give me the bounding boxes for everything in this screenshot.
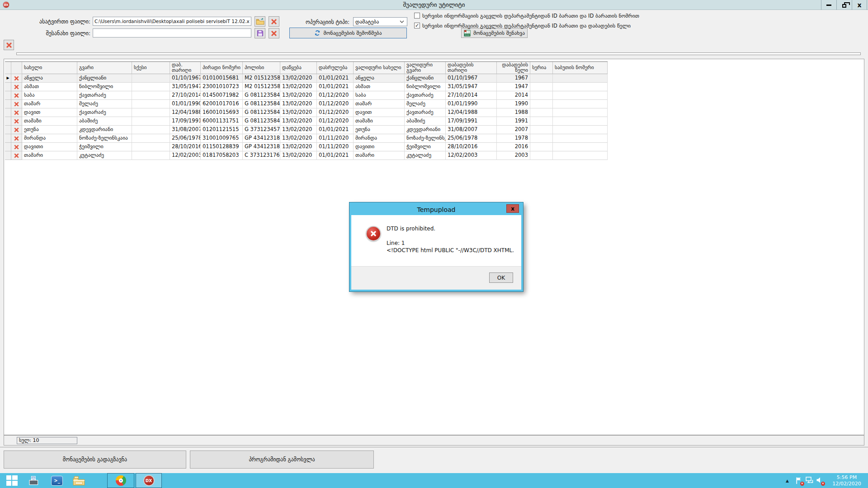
clear-save-file-button[interactable] <box>269 28 279 38</box>
table-cell[interactable]: 2007 <box>497 126 530 134</box>
table-cell[interactable]: 01/11/2020 <box>317 134 354 143</box>
table-cell[interactable]: კუტალაძე <box>405 151 446 160</box>
table-cell[interactable]: 2016 <box>497 143 530 151</box>
upload-file-input[interactable] <box>93 17 251 26</box>
table-cell[interactable]: 01/01/2021 <box>317 151 354 160</box>
table-cell[interactable]: 60001131751 <box>201 117 243 126</box>
table-cell[interactable]: 1947 <box>497 83 530 91</box>
table-cell[interactable]: თამარ <box>354 100 405 108</box>
table-cell[interactable]: G 0811235841 <box>243 108 280 117</box>
table-cell[interactable]: 23001010723 <box>201 83 243 91</box>
powershell-button[interactable]: >_ <box>48 473 66 488</box>
cancel-operation-button[interactable] <box>4 40 14 50</box>
table-cell[interactable]: ასმათ <box>354 83 405 91</box>
table-cell[interactable]: 01/10/1967 <box>446 74 497 83</box>
table-cell[interactable] <box>132 151 170 160</box>
table-cell[interactable] <box>530 126 553 134</box>
table-cell[interactable]: 01/01/2021 <box>317 74 354 83</box>
table-cell[interactable]: მელაძე <box>405 100 446 108</box>
delete-row-button[interactable] <box>11 108 22 117</box>
table-row-5[interactable]: დავითქავთარაძე12/04/198816001015693G 081… <box>5 108 608 117</box>
table-cell[interactable]: 1988 <box>497 108 530 117</box>
table-cell[interactable] <box>553 151 608 160</box>
table-cell[interactable] <box>553 83 608 91</box>
table-cell[interactable]: ქანცლიანი <box>77 74 132 83</box>
tray-expand-icon[interactable]: ▲ <box>786 479 789 483</box>
table-cell[interactable]: 27/10/2014 <box>446 91 497 100</box>
table-cell[interactable] <box>132 134 170 143</box>
table-cell[interactable]: 13/02/2020 <box>280 151 317 160</box>
table-cell[interactable]: 13/02/2020 <box>280 126 317 134</box>
table-cell[interactable]: ანჟელა <box>354 74 405 83</box>
table-cell[interactable]: 01201121515 <box>201 126 243 134</box>
table-cell[interactable]: 31/08/2007 <box>170 126 201 134</box>
table-cell[interactable] <box>553 143 608 151</box>
table-cell[interactable]: 01010015681 <box>201 74 243 83</box>
table-cell[interactable]: დავით <box>354 108 405 117</box>
delete-row-button[interactable] <box>11 91 22 100</box>
table-cell[interactable] <box>553 126 608 134</box>
table-cell[interactable]: 62001017016 <box>201 100 243 108</box>
table-cell[interactable]: აბაშიძე <box>405 117 446 126</box>
table-row-7[interactable]: ეთუნაკდევდარიანი31/08/200701201121515G 3… <box>5 126 608 134</box>
table-cell[interactable]: 01150128839 <box>201 143 243 151</box>
column-header-5[interactable]: პირადი ნომერი <box>201 62 243 74</box>
column-header-2[interactable]: გვარი <box>77 62 132 74</box>
column-header-11[interactable]: დაბადების თარიღი <box>446 62 497 74</box>
table-cell[interactable]: თამაზი <box>354 117 405 126</box>
table-cell[interactable]: მირანდა <box>354 134 405 143</box>
network-icon[interactable] <box>806 477 814 485</box>
table-cell[interactable] <box>553 91 608 100</box>
minimize-button[interactable] <box>821 0 836 10</box>
table-cell[interactable]: 13/02/2020 <box>280 100 317 108</box>
table-cell[interactable]: საბა <box>354 91 405 100</box>
delete-row-button[interactable] <box>11 151 22 160</box>
table-cell[interactable]: ნიბლოშვილი <box>77 83 132 91</box>
table-cell[interactable]: ჭეიშვილი <box>405 143 446 151</box>
table-cell[interactable] <box>553 74 608 83</box>
table-cell[interactable]: 2014 <box>497 91 530 100</box>
table-cell[interactable]: ეთუნა <box>22 126 77 134</box>
chrome-button[interactable] <box>107 473 134 488</box>
table-cell[interactable]: ქავთარაძე <box>77 108 132 117</box>
column-header-7[interactable]: დაწყება <box>280 62 317 74</box>
action-center-flag-icon[interactable]: × <box>795 477 803 485</box>
delete-row-button[interactable] <box>11 143 22 151</box>
table-cell[interactable]: თამარი <box>354 151 405 160</box>
ok-button[interactable]: OK <box>489 272 513 283</box>
table-cell[interactable]: ქავთარაძე <box>405 91 446 100</box>
table-cell[interactable]: თამაზი <box>22 117 77 126</box>
table-cell[interactable]: ნიბლოშვილი <box>405 83 446 91</box>
table-cell[interactable]: 13/02/2020 <box>280 83 317 91</box>
save-data-button[interactable]: XLSX მონაცემების შენახვა <box>461 28 528 38</box>
table-cell[interactable]: 01/01/1990 <box>446 100 497 108</box>
table-cell[interactable]: 31001009765 <box>201 134 243 143</box>
table-cell[interactable]: 2003 <box>497 151 530 160</box>
delete-row-button[interactable] <box>11 134 22 143</box>
table-cell[interactable]: 28/10/2016 <box>446 143 497 151</box>
check-data-button[interactable]: მონაცემების შემოწმება <box>289 28 407 38</box>
operation-type-select[interactable]: დამატება <box>353 17 407 26</box>
table-cell[interactable]: 31/08/2007 <box>446 126 497 134</box>
table-cell[interactable] <box>553 108 608 117</box>
table-cell[interactable]: 01/11/2020 <box>317 143 354 151</box>
browse-file-button[interactable] <box>255 16 265 27</box>
table-cell[interactable]: 01/12/2020 <box>317 117 354 126</box>
table-cell[interactable]: 25/06/1978 <box>446 134 497 143</box>
column-header-3[interactable]: სქესი <box>132 62 170 74</box>
table-cell[interactable]: 01/12/2020 <box>317 108 354 117</box>
close-button[interactable]: x <box>852 0 867 10</box>
table-cell[interactable]: 13/02/2020 <box>280 134 317 143</box>
table-cell[interactable] <box>553 134 608 143</box>
column-header-10[interactable]: ვალიდური გვარი <box>405 62 446 74</box>
table-cell[interactable]: კდევდარიანი <box>405 126 446 134</box>
table-cell[interactable]: 13/02/2020 <box>280 91 317 100</box>
table-cell[interactable]: 12/04/1988 <box>170 108 201 117</box>
table-cell[interactable]: 01/12/2020 <box>317 91 354 100</box>
table-cell[interactable]: კდევდარიანი <box>77 126 132 134</box>
send-data-button[interactable]: მონაცემების გადაგზავნა <box>4 450 186 469</box>
table-row-2[interactable]: ასმათნიბლოშვილი31/05/194723001010723M2 0… <box>5 83 608 91</box>
table-row-1[interactable]: ▶ანჟელაქანცლიანი01/10/196701010015681M2 … <box>5 74 608 83</box>
column-header-6[interactable]: პოლისი <box>243 62 280 74</box>
table-cell[interactable]: თამარ <box>22 100 77 108</box>
